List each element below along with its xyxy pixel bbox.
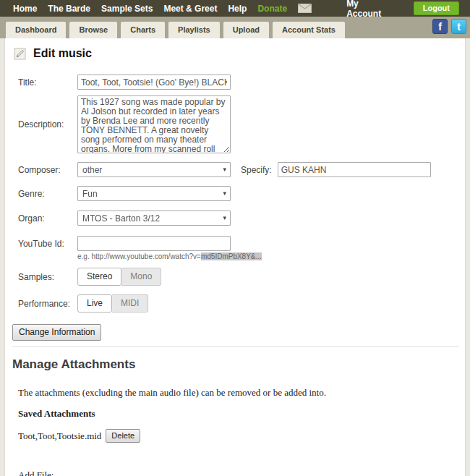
- nav-item-home[interactable]: Home: [13, 4, 37, 14]
- tab-charts[interactable]: Charts: [121, 22, 165, 38]
- performance-label: Performance:: [18, 299, 77, 309]
- divider: [12, 347, 459, 347]
- main-content: Edit music Title: Description: This 1927…: [4, 38, 466, 476]
- samples-toggle-group: Stereo Mono: [77, 268, 161, 286]
- chevron-down-icon: [223, 166, 226, 173]
- performance-option-live[interactable]: Live: [77, 294, 112, 313]
- twitter-icon[interactable]: t: [451, 19, 466, 34]
- tab-dashboard[interactable]: Dashboard: [6, 22, 66, 38]
- organ-select-value: MTOS - Barton 3/12: [82, 213, 160, 224]
- composer-label: Composer:: [18, 165, 77, 175]
- tab-upload[interactable]: Upload: [223, 22, 269, 38]
- add-file-label: Add File:: [18, 469, 462, 476]
- social-links: f t: [432, 19, 466, 34]
- organ-label: Organ:: [18, 213, 77, 224]
- page-title: Edit music: [33, 47, 92, 60]
- genre-label: Genre:: [18, 189, 77, 199]
- saved-attachments-heading: Saved Attachments: [18, 408, 462, 420]
- specify-label: Specify:: [241, 165, 272, 175]
- delete-attachment-button[interactable]: Delete: [106, 429, 140, 443]
- manage-attachments-heading: Manage Attachments: [12, 357, 462, 372]
- nav-item-the-barde[interactable]: The Barde: [48, 4, 90, 14]
- logout-button[interactable]: Logout: [414, 1, 459, 15]
- youtube-id-label: YouTube Id:: [18, 239, 77, 249]
- page: Home The Barde Sample Sets Meet & Greet …: [0, 0, 470, 476]
- composer-select-value: other: [82, 165, 102, 175]
- attachment-filename: Toot,Toot,Tootsie.mid: [18, 430, 101, 442]
- samples-option-mono[interactable]: Mono: [121, 268, 161, 286]
- tab-bar: Dashboard Browse Charts Playlists Upload…: [0, 17, 470, 38]
- samples-option-stereo[interactable]: Stereo: [77, 268, 121, 286]
- description-label: Description:: [18, 119, 77, 129]
- facebook-icon[interactable]: f: [432, 19, 448, 34]
- samples-label: Samples:: [18, 272, 77, 282]
- genre-select-value: Fun: [82, 189, 98, 199]
- nav-item-help[interactable]: Help: [228, 4, 247, 14]
- attachments-description: The attachments (excluding the main audi…: [18, 387, 462, 399]
- envelope-icon: [298, 4, 312, 13]
- performance-option-midi[interactable]: MIDI: [112, 294, 148, 313]
- mail-icon[interactable]: [298, 4, 312, 13]
- composer-select[interactable]: other: [77, 162, 231, 177]
- attachment-row: Toot,Toot,Tootsie.mid Delete: [18, 429, 462, 443]
- title-label: Title:: [18, 77, 77, 88]
- nav-item-donate[interactable]: Donate: [257, 4, 287, 14]
- nav-item-sample-sets[interactable]: Sample Sets: [101, 4, 153, 14]
- nav-item-my-account[interactable]: My Account: [346, 0, 386, 19]
- youtube-hint-highlight: md5IDmPbX8Y&...: [201, 252, 262, 260]
- youtube-id-input[interactable]: [77, 236, 231, 251]
- title-input[interactable]: [77, 75, 231, 90]
- tab-playlists[interactable]: Playlists: [168, 22, 220, 38]
- add-file-section: Add File: Choose File No file chosen Upl…: [12, 469, 462, 476]
- top-navbar: Home The Barde Sample Sets Meet & Greet …: [0, 0, 470, 17]
- specify-input[interactable]: [278, 162, 431, 177]
- change-information-button[interactable]: Change Information: [12, 324, 101, 341]
- edit-pencil-icon: [14, 48, 26, 60]
- tab-account-stats[interactable]: Account Stats: [273, 22, 345, 38]
- description-textarea[interactable]: This 1927 song was made popular by Al Jo…: [77, 95, 231, 153]
- performance-toggle-group: Live MIDI: [77, 294, 148, 313]
- nav-item-meet-greet[interactable]: Meet & Greet: [163, 4, 217, 14]
- tab-browse[interactable]: Browse: [69, 22, 117, 38]
- chevron-down-icon: [223, 214, 226, 221]
- youtube-hint: e.g. http://www.youtube.com/watch?v=md5I…: [77, 252, 462, 260]
- organ-select[interactable]: MTOS - Barton 3/12: [77, 211, 231, 226]
- chevron-down-icon: [223, 190, 226, 197]
- genre-select[interactable]: Fun: [77, 186, 231, 201]
